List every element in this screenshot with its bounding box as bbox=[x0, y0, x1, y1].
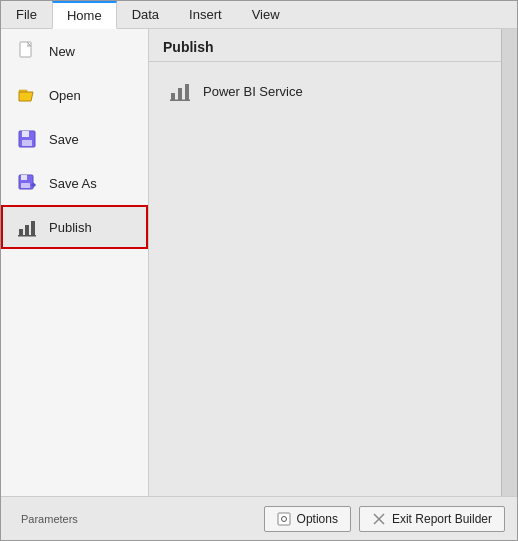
sidebar-item-saveas[interactable]: Save As bbox=[1, 161, 148, 205]
bottom-left-label: Parameters bbox=[13, 513, 78, 525]
publish-item-powerbi[interactable]: Power BI Service bbox=[159, 72, 491, 110]
panel-body: Power BI Service bbox=[149, 62, 501, 496]
sidebar-item-save[interactable]: Save bbox=[1, 117, 148, 161]
options-label: Options bbox=[297, 512, 338, 526]
saveas-icon bbox=[15, 171, 39, 195]
save-icon bbox=[15, 127, 39, 151]
sidebar-item-publish[interactable]: Publish bbox=[1, 205, 148, 249]
svg-rect-15 bbox=[170, 100, 190, 102]
svg-rect-16 bbox=[278, 513, 290, 525]
scrollbar[interactable] bbox=[501, 29, 517, 496]
svg-rect-7 bbox=[21, 183, 30, 188]
menu-insert[interactable]: Insert bbox=[174, 1, 237, 28]
sidebar-save-label: Save bbox=[49, 132, 79, 147]
svg-rect-10 bbox=[31, 221, 35, 235]
svg-rect-12 bbox=[171, 93, 175, 100]
sidebar-publish-label: Publish bbox=[49, 220, 92, 235]
svg-rect-11 bbox=[18, 235, 36, 237]
svg-rect-8 bbox=[19, 229, 23, 235]
exit-label: Exit Report Builder bbox=[392, 512, 492, 526]
powerbi-label: Power BI Service bbox=[203, 84, 303, 99]
panel-title: Publish bbox=[149, 29, 501, 62]
options-icon bbox=[277, 512, 291, 526]
options-button[interactable]: Options bbox=[264, 506, 351, 532]
menu-bar: File Home Data Insert View bbox=[1, 1, 517, 29]
main-window: File Home Data Insert View New bbox=[0, 0, 518, 541]
sidebar-item-open[interactable]: Open bbox=[1, 73, 148, 117]
open-icon bbox=[15, 83, 39, 107]
svg-rect-13 bbox=[178, 88, 182, 100]
main-content: New Open bbox=[1, 29, 517, 496]
right-panel: Publish Power BI Service bbox=[149, 29, 501, 496]
svg-rect-9 bbox=[25, 225, 29, 235]
svg-rect-14 bbox=[185, 84, 189, 100]
menu-file[interactable]: File bbox=[1, 1, 52, 28]
exit-icon bbox=[372, 512, 386, 526]
svg-rect-3 bbox=[22, 131, 29, 137]
menu-data[interactable]: Data bbox=[117, 1, 174, 28]
svg-rect-6 bbox=[21, 175, 27, 180]
sidebar: New Open bbox=[1, 29, 149, 496]
new-icon bbox=[15, 39, 39, 63]
sidebar-open-label: Open bbox=[49, 88, 81, 103]
sidebar-new-label: New bbox=[49, 44, 75, 59]
sidebar-saveas-label: Save As bbox=[49, 176, 97, 191]
publish-icon bbox=[15, 215, 39, 239]
powerbi-icon bbox=[169, 80, 191, 102]
sidebar-item-new[interactable]: New bbox=[1, 29, 148, 73]
menu-home[interactable]: Home bbox=[52, 1, 117, 29]
exit-button[interactable]: Exit Report Builder bbox=[359, 506, 505, 532]
bottom-bar: Parameters Options Exit Report Builder bbox=[1, 496, 517, 540]
menu-view[interactable]: View bbox=[237, 1, 295, 28]
svg-rect-4 bbox=[22, 140, 32, 146]
